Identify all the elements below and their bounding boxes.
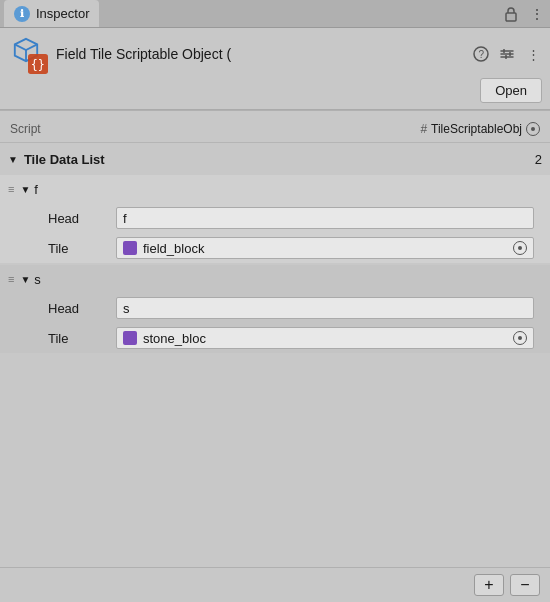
head-label-s: Head <box>48 301 108 316</box>
item-header-s: ≡ ▼ s <box>0 265 550 293</box>
header-area: {} Field Tile Scriptable Object ( ? <box>0 28 550 110</box>
settings-icon[interactable] <box>498 45 516 63</box>
open-row: Open <box>8 78 542 103</box>
item-header-f: ≡ ▼ f <box>0 175 550 203</box>
more-header-button[interactable]: ⋮ <box>524 45 542 63</box>
tile-color-box-s <box>123 331 137 345</box>
tile-data-header: ▼ Tile Data List 2 <box>0 143 550 175</box>
lock-button[interactable] <box>502 4 520 24</box>
info-icon: ℹ <box>14 6 30 22</box>
script-label: Script <box>10 122 70 136</box>
header-icons: ? ⋮ <box>472 45 542 63</box>
item-key-s: s <box>34 272 41 287</box>
code-icon: {} <box>28 54 48 74</box>
tile-data-count: 2 <box>535 152 542 167</box>
drag-handle-f[interactable]: ≡ <box>8 183 14 195</box>
script-row: Script # TileScriptableObj <box>0 115 550 143</box>
svg-text:{}: {} <box>31 58 45 72</box>
field-row-head-s: Head s <box>0 293 550 323</box>
drag-handle-s[interactable]: ≡ <box>8 273 14 285</box>
tile-value-f[interactable]: field_block <box>116 237 534 259</box>
item-arrow-s[interactable]: ▼ <box>20 274 30 285</box>
tile-data-title: Tile Data List <box>24 152 105 167</box>
tile-label-f: Tile <box>48 241 108 256</box>
head-value-s[interactable]: s <box>116 297 534 319</box>
item-key-f: f <box>34 182 38 197</box>
content-area: Script # TileScriptableObj ▼ Tile Data L… <box>0 111 550 567</box>
inspector-panel: ℹ Inspector ⋮ <box>0 0 550 602</box>
script-target-icon[interactable] <box>526 122 540 136</box>
inspector-tab[interactable]: ℹ Inspector <box>4 0 99 27</box>
tile-color-box-f <box>123 241 137 255</box>
head-value-f[interactable]: f <box>116 207 534 229</box>
svg-text:?: ? <box>479 49 485 60</box>
remove-item-button[interactable]: − <box>510 574 540 596</box>
add-item-button[interactable]: + <box>474 574 504 596</box>
object-icon: {} <box>8 34 48 74</box>
svg-rect-0 <box>506 13 516 21</box>
field-row-tile-s: Tile stone_bloc <box>0 323 550 353</box>
tab-actions: ⋮ <box>502 4 546 24</box>
tile-data-arrow[interactable]: ▼ <box>8 154 18 165</box>
more-tab-button[interactable]: ⋮ <box>528 4 546 24</box>
field-row-head-f: Head f <box>0 203 550 233</box>
tile-label-s: Tile <box>48 331 108 346</box>
item-arrow-f[interactable]: ▼ <box>20 184 30 195</box>
bottom-toolbar: + − <box>0 567 550 602</box>
field-row-tile-f: Tile field_block <box>0 233 550 263</box>
item-group-f: ≡ ▼ f Head f Tile field_block <box>0 175 550 263</box>
tile-value-s[interactable]: stone_bloc <box>116 327 534 349</box>
item-group-s: ≡ ▼ s Head s Tile stone_bloc <box>0 265 550 353</box>
header-row: {} Field Tile Scriptable Object ( ? <box>8 34 542 74</box>
open-button[interactable]: Open <box>480 78 542 103</box>
script-name: TileScriptableObj <box>431 122 522 136</box>
tab-title: Inspector <box>36 6 89 21</box>
hash-icon: # <box>420 122 427 136</box>
script-value: # TileScriptableObj <box>420 122 540 136</box>
help-icon[interactable]: ? <box>472 45 490 63</box>
tile-target-icon-f[interactable] <box>513 241 527 255</box>
tile-target-icon-s[interactable] <box>513 331 527 345</box>
head-label-f: Head <box>48 211 108 226</box>
tab-bar: ℹ Inspector ⋮ <box>0 0 550 28</box>
object-name: Field Tile Scriptable Object ( <box>56 46 464 62</box>
